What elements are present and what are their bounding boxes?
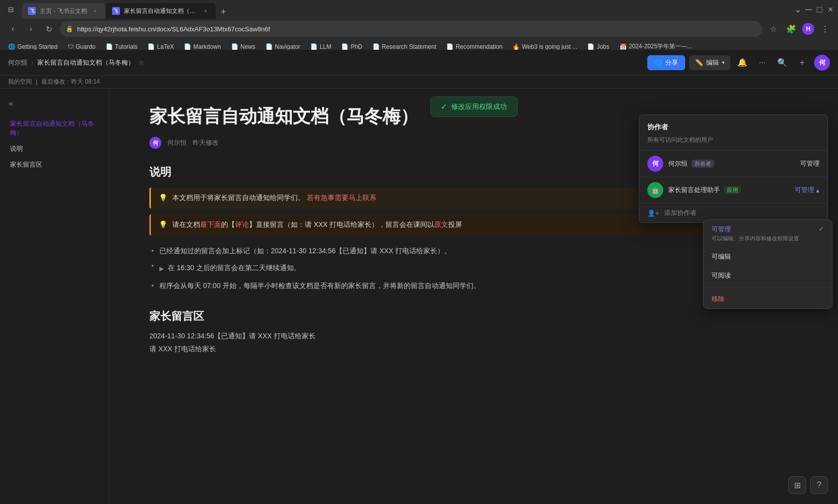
bookmark-guardo-label: Guardo [76,43,96,50]
globe-icon: 🌐 [654,59,662,66]
profile-button[interactable]: H [802,23,814,35]
header-actions: 🌐 分享 ✏️ 编辑 ▾ 🔔 ··· 🔍 + 何 [647,55,830,71]
nav-bar: ‹ › ↻ 🔒 https://qy42rjhota.feishu.cn/doc… [0,19,838,39]
share-button[interactable]: 🌐 分享 [647,55,685,70]
lock-icon: 🔒 [66,25,73,32]
perm-label-0: 可管理 [800,159,820,168]
bullet-item-expandable: ▶ 在 16:30 之后的留言会在第二天继续通知。 [159,258,798,278]
check-icon: ✓ [819,225,824,232]
maximize-button[interactable]: □ [816,6,823,13]
back-button[interactable]: ‹ [6,22,20,36]
tab-2-close[interactable]: × [202,7,210,15]
search-button[interactable]: 🔍 [774,55,790,71]
bottom-right-buttons: ⊞ ? [788,476,828,494]
last-modified-label: 最后修改：昨天 08:14 [41,78,100,86]
bullet-item-0: 已经通知过的留言会加上标记（如：2024-11-30 12:34:56【已通知】… [159,243,798,258]
dropdown-item-manage[interactable]: 可管理 ✓ 可以编辑、分享内容和修改权限设置 [704,220,832,247]
modal-subtitle: 所有可访问此文档的用户 [639,136,828,151]
tab-1-label: 主页 - 飞书云文档 [40,7,87,15]
dropdown-edit-label: 可编辑 [712,253,731,260]
bullet-list: 已经通知过的留言会加上标记（如：2024-11-30 12:34:56【已通知】… [149,243,798,293]
window-controls: ⌄ ─ □ × [794,6,834,13]
author-name[interactable]: 何尔恒 [167,138,187,147]
favorite-icon[interactable]: ☆ [138,59,144,66]
sidebar-item-desc-label: 说明 [10,145,23,152]
bookmark-recommendation-icon: 📄 [446,43,454,50]
new-doc-button[interactable]: + [794,55,810,71]
dropdown-item-read[interactable]: 可阅读 [704,266,832,285]
dropdown-item-edit[interactable]: 可编辑 [704,247,832,266]
sidebar-item-doc-title-label: 家长留言自动通知文档（马冬梅） [10,120,94,136]
sidebar-item-doc-title[interactable]: 家长留言自动通知文档（马冬梅） [2,116,107,140]
bookmark-research-icon: 📄 [372,43,380,50]
browser-menu-button[interactable]: ⋮ [818,22,832,36]
forward-button[interactable]: › [24,22,38,36]
reload-button[interactable]: ↻ [42,22,56,36]
comment-1: 2024-11-30 12:34:56【已通知】请 XXX 打电话给家长 [149,332,798,341]
comment-2: 请 XXX 打电话给家长 [149,345,798,354]
breadcrumb-current: 家长留言自动通知文档（马冬梅） [37,58,134,67]
bookmark-phd-label: PhD [351,43,362,50]
sidebar-item-comments-label: 家长留言区 [10,161,42,168]
sidebar-item-desc[interactable]: 说明 [2,141,107,156]
info-box-2-icon: 💡 [159,220,167,228]
tab-1[interactable]: 飞 主页 - 飞书云文档 × [22,3,105,19]
bookmark-web3-icon: 🔥 [512,43,520,50]
minimize-button[interactable]: ─ [805,6,812,13]
dropdown-item-remove[interactable]: 移除 [704,290,832,308]
expand-arrow-icon[interactable]: ▶ [159,264,164,274]
document-area: 家长留言自动通知文档（马冬梅） 何 何尔恒 昨天修改 说明 💡 本文档用于将家长… [110,89,838,504]
notification-button[interactable]: 🔔 [734,55,750,71]
dropdown-divider [704,287,832,288]
address-bar[interactable]: 🔒 https://qy42rjhota.feishu.cn/docx/SL6A… [60,21,762,37]
help-button[interactable]: ? [810,476,828,494]
bookmark-research-label: Research Statement [382,43,436,50]
tab-1-close[interactable]: × [91,7,99,15]
edit-label: 编辑 [706,58,719,67]
bookmark-guardo-icon: 🛡 [68,43,74,50]
edit-icon: ✏️ [695,59,703,66]
info-box-2-link3[interactable]: 原文 [434,220,448,228]
bookmark-recommendation-label: Recommendation [456,43,502,50]
collapse-sidebar-button[interactable]: « [4,97,18,110]
tab-2[interactable]: 飞 家长留言自动通知文档（马冬梅） × [106,3,216,19]
new-tab-button[interactable]: + [217,5,231,19]
bookmark-navigator-icon: 📄 [265,43,273,50]
perm-dropdown-trigger-1[interactable]: 可管理 ▴ [795,186,820,195]
bookmark-2024-icon: 📅 [619,43,627,50]
collaborator-row-0: 何 何尔恒 所有者 可管理 [639,151,828,177]
owner-badge-0: 所有者 [692,160,714,168]
info-box-2-link1[interactable]: 最下面 [200,220,221,228]
overlay-panel: ✓ 修改应用权限成功 协作者 所有可访问此文档的用户 何 何尔恒 所有者 可管理 [110,89,838,504]
sidebar-item-comments[interactable]: 家长留言区 [2,157,107,172]
sub-separator: | [36,79,37,86]
url-text: https://qy42rjhota.feishu.cn/docx/SL6Adx… [77,25,756,33]
permission-modal[interactable]: 协作者 所有可访问此文档的用户 何 何尔恒 所有者 可管理 🤖 [639,114,828,223]
edit-button[interactable]: ✏️ 编辑 ▾ [689,55,730,70]
my-space-label[interactable]: 我的空间 [8,78,32,86]
info-box-2-link2[interactable]: 评论 [235,220,249,228]
bookmark-llm-label: LLM [320,43,331,50]
breadcrumb-root[interactable]: 何尔恒 [8,58,27,67]
tab-2-icon: 飞 [112,7,120,15]
breadcrumb: 何尔恒 › 家长留言自动通知文档（马冬梅） ☆ [8,58,144,67]
add-collab-label: 添加协作者 [664,208,697,217]
modal-title: 协作者 [639,115,828,136]
close-button[interactable]: × [827,6,834,13]
perm-nested-dropdown[interactable]: 可管理 ✓ 可以编辑、分享内容和修改权限设置 可编辑 可阅读 [703,219,833,309]
chevron-down-icon: ▾ [722,60,724,65]
app-content: 何尔恒 › 家长留言自动通知文档（马冬梅） ☆ 🌐 分享 ✏️ 编辑 ▾ 🔔 ·… [0,50,838,504]
star-button[interactable]: ☆ [766,22,780,36]
bookmark-jobs-label: Jobs [597,43,609,50]
user-avatar[interactable]: 何 [814,55,830,71]
bullet-item-2: 程序会从每天 07:00 开始，每隔半小时检查该文档是否有新的家长留言，并将新的… [159,278,798,293]
window-menu-icon[interactable]: ⊟ [4,2,18,16]
tabs-area: 飞 主页 - 飞书云文档 × 飞 家长留言自动通知文档（马冬梅） × + [22,0,231,19]
expand-icon[interactable]: ⌄ [794,6,801,13]
bullet-item-1: 在 16:30 之后的留言会在第二天继续通知。 [168,262,301,273]
tab-2-label: 家长留言自动通知文档（马冬梅） [124,7,198,15]
clipboard-button[interactable]: ⊞ [788,476,806,494]
more-button[interactable]: ··· [754,55,770,71]
extensions-button[interactable]: 🧩 [784,22,798,36]
info-box-1-link[interactable]: 若有急事需要马上联系 [307,194,376,202]
